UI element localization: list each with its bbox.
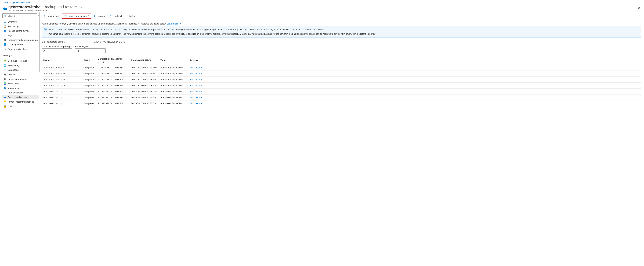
sidebar-item-networking[interactable]: 🌐Networking (2, 63, 39, 68)
export-now-label: Export now (preview) (68, 15, 89, 17)
sidebar: 🔍 « 🗔Overview📋Activity log👥Access contro… (0, 12, 39, 108)
completion-range-select[interactable]: All ▾ (42, 49, 72, 53)
sidebar-item-label: Learning center (8, 43, 24, 46)
info-tooltip-icon[interactable]: i (64, 41, 66, 43)
refresh-button[interactable]: ↻ Refresh (92, 14, 106, 18)
sidebar-item-connect[interactable]: 🔌Connect (2, 72, 39, 77)
nav-icon: 🌐 (4, 64, 6, 67)
nav-icon: 🔒 (4, 105, 6, 108)
faqs-button[interactable]: ? FAQs (125, 14, 136, 18)
cell-name: Automated backup #6 (42, 71, 82, 77)
sidebar-item-activity-log[interactable]: 📋Activity log (2, 24, 39, 29)
help-icon: ? (127, 15, 128, 17)
backup-now-button[interactable]: ↥ Backup now (42, 14, 61, 18)
cell-type: Automated full backup (159, 89, 188, 94)
feedback-label: Feedback (112, 15, 122, 17)
page-header: georestorewithha | Backup and restore Az… (0, 4, 644, 12)
search-input[interactable] (7, 14, 36, 17)
nav-icon: ⚙ (4, 78, 6, 80)
backup-types-select[interactable]: All ▾ (75, 49, 106, 53)
page-subtitle: | Backup and restore (42, 5, 77, 9)
nav-icon: ☁ (4, 96, 6, 98)
completion-range-value: All (44, 50, 46, 52)
intro-text: Azure Database for MySQL flexible server… (42, 20, 641, 26)
cell-completion: 2024-04-15 04:30:03.532 (96, 71, 130, 77)
col-name[interactable]: Name (42, 56, 82, 65)
fast-restore-link[interactable]: Fast restore (190, 102, 202, 105)
sidebar-item-label: Databases (8, 69, 18, 71)
sidebar-item-label: Locks (8, 105, 14, 108)
fast-restore-link[interactable]: Fast restore (190, 72, 202, 75)
table-row: Automated backup #2 Completed 2024-04-11… (42, 94, 641, 100)
close-icon[interactable]: ✕ (638, 6, 642, 10)
sidebar-item-label: Backup and restore (8, 96, 28, 98)
nav-icon: 🗄 (4, 68, 6, 71)
cell-completion: 2024-04-16 04:30:03.450 (96, 65, 130, 71)
nav-icon: 🔗 (4, 48, 6, 50)
fast-restore-link[interactable]: Fast restore (190, 96, 202, 99)
cell-type: Automated full backup (159, 100, 188, 106)
fast-restore-link[interactable]: Fast restore (190, 78, 202, 81)
sidebar-item-compute-storage[interactable]: ⚙Compute + storage (2, 58, 39, 63)
sidebar-search[interactable]: 🔍 (2, 14, 37, 18)
collapse-sidebar-icon[interactable]: « (38, 15, 39, 17)
faqs-label: FAQs (129, 15, 135, 17)
table-row: Automated backup #4 Completed 2024-04-13… (42, 83, 641, 89)
breadcrumb-resource[interactable]: georestorewithha (12, 1, 30, 4)
cell-completion: 2024-04-13 04:30:03.424 (96, 83, 130, 89)
cell-completion: 2024-04-12 04:30:03.645 (96, 89, 130, 94)
cell-retained: 2024-04-21 04:30:03.495 (130, 77, 159, 83)
sidebar-item-advisor-recommendations[interactable]: 💡Advisor recommendations (2, 99, 39, 104)
export-icon: 📄 (64, 15, 67, 17)
sidebar-item-label: Activity log (8, 25, 18, 28)
fast-restore-link[interactable]: Fast restore (190, 84, 202, 87)
col-completion[interactable]: Completion timestamp (UTC)↓ (96, 56, 130, 65)
nav-icon: ⚙ (4, 59, 6, 62)
refresh-icon: ↻ (94, 15, 96, 17)
earliest-restore-label: Earliest restore point i (42, 40, 66, 44)
cell-name: Automated backup #2 (42, 94, 82, 100)
table-row: Automated backup #1 Completed 2024-04-10… (42, 100, 641, 106)
col-actions[interactable]: Actions (188, 56, 641, 65)
col-type[interactable]: Type (159, 56, 188, 65)
breadcrumb-sep: > (10, 1, 11, 4)
col-retained[interactable]: Retained till (UTC) (130, 56, 159, 65)
sidebar-item-tags[interactable]: 🏷Tags (2, 33, 39, 38)
fast-restore-link[interactable]: Fast restore (190, 90, 202, 93)
sidebar-item-label: Advisor recommendations (8, 100, 34, 103)
sidebar-item-overview[interactable]: 🗔Overview (2, 20, 39, 24)
nav-icon: 🌍 (4, 82, 6, 85)
sidebar-item-replication[interactable]: 🌍Replication (2, 81, 39, 86)
backups-table: Name Status Completion timestamp (UTC)↓ … (42, 56, 641, 106)
nav-icon: 🛠 (4, 39, 6, 41)
cell-retained: 2024-04-18 04:30:03.414 (130, 94, 159, 100)
feedback-button[interactable]: ☺ Feedback (107, 14, 124, 18)
sidebar-item-locks[interactable]: 🔒Locks (2, 104, 39, 108)
sidebar-item-label: Overview (8, 21, 17, 23)
sidebar-item-access-control-iam-[interactable]: 👥Access control (IAM) (2, 29, 39, 33)
sidebar-item-resource-visualizer[interactable]: 🔗Resource visualizer (2, 47, 39, 51)
nav-icon: 🛡 (4, 91, 6, 94)
sidebar-item-maintenance[interactable]: 🛠Maintenance (2, 86, 39, 90)
fast-restore-link[interactable]: Fast restore (190, 66, 202, 69)
info-paragraph-1: Azure Database for MySQL flexible server… (48, 28, 638, 31)
sidebar-scrollbar[interactable] (39, 12, 40, 108)
external-link-icon: ↗ (179, 23, 181, 25)
breadcrumb-home[interactable]: Home (2, 1, 8, 4)
cell-status: Completed (82, 83, 96, 89)
sidebar-item-backup-and-restore[interactable]: ☁Backup and restore (2, 95, 39, 99)
sidebar-item-server-parameters[interactable]: ⚙Server parameters (2, 77, 39, 81)
sidebar-item-learning-center[interactable]: 📘Learning center (2, 42, 39, 47)
learn-more-link[interactable]: Learn more ↗ (167, 22, 181, 25)
sidebar-item-high-availability[interactable]: 🛡High availability (2, 90, 39, 95)
favorite-star-icon[interactable]: ☆ (80, 6, 83, 10)
col-status[interactable]: Status (82, 56, 96, 65)
cell-completion: 2024-04-11 04:30:03.414 (96, 94, 130, 100)
sidebar-item-label: Maintenance (8, 87, 20, 89)
sidebar-item-databases[interactable]: 🗄Databases (2, 68, 39, 72)
more-menu-icon[interactable]: ⋯ (84, 7, 87, 10)
sidebar-item-label: Access control (IAM) (8, 30, 29, 32)
export-now-button[interactable]: 📄 Export now (preview) (62, 14, 91, 18)
sidebar-item-diagnose-and-solve-problems[interactable]: 🛠Diagnose and solve problems (2, 38, 39, 42)
sidebar-item-label: Connect (8, 73, 16, 76)
